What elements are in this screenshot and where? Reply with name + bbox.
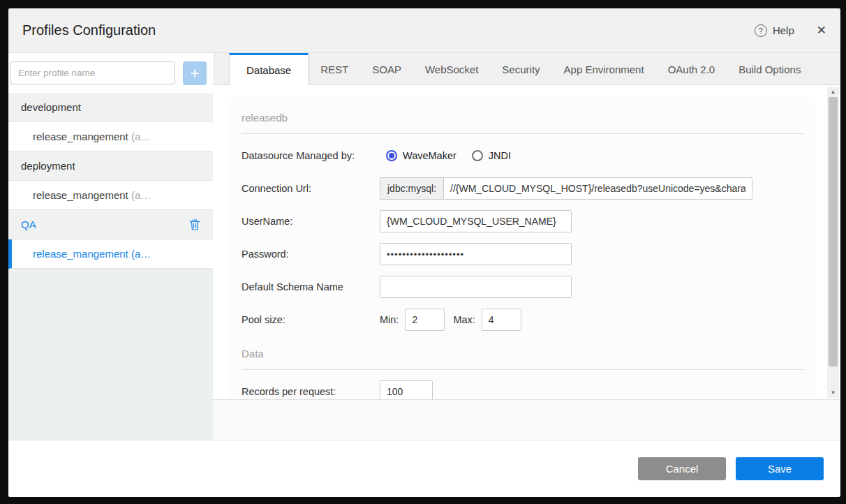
connection-url-input[interactable] [443, 177, 752, 200]
pool-max-label: Max: [453, 314, 475, 325]
panel-bottom-padding [213, 400, 840, 440]
records-per-request-label: Records per request: [242, 386, 380, 397]
sidebar-item-deployment[interactable]: deployment [8, 151, 213, 181]
cancel-button[interactable]: Cancel [638, 457, 726, 480]
default-schema-row: Default Schema Name [242, 276, 804, 298]
radio-unchecked-icon [472, 150, 483, 161]
radio-wavemaker-label: WaveMaker [403, 150, 457, 161]
tab-rest[interactable]: REST [309, 53, 360, 85]
data-section-title: Data [242, 334, 804, 370]
sidebar-item-development[interactable]: development [8, 93, 213, 122]
profile-label-suffix: (a… [128, 248, 151, 260]
profile-label: release_mangement [33, 131, 128, 142]
add-profile-button[interactable]: + [183, 61, 207, 85]
radio-jndi-label: JNDI [489, 150, 511, 161]
pool-max-input[interactable] [482, 309, 521, 331]
help-button[interactable]: ? Help [755, 24, 794, 37]
sidebar-item-release-mangement-development[interactable]: release_mangement (a… [8, 122, 213, 151]
dialog-footer: Cancel Save [8, 440, 840, 497]
dialog-body: + development release_mangement (a… depl… [8, 53, 840, 440]
profile-name-input[interactable] [10, 61, 175, 84]
datasource-managed-by-row: Datasource Managed by: WaveMaker JNDI [242, 144, 804, 167]
database-scroll-area: releasedb Datasource Managed by: WaveMak… [213, 85, 840, 400]
profile-label: release_mangement [33, 248, 128, 260]
password-row: Password: [242, 243, 804, 265]
group-label: QA [21, 218, 36, 230]
tab-oauth-2-0[interactable]: OAuth 2.0 [656, 53, 727, 85]
close-icon[interactable]: ✕ [817, 23, 826, 38]
scrollbar-thumb[interactable] [829, 97, 838, 366]
sidebar-item-release-mangement-qa-selected[interactable]: release_mangement (a… [8, 239, 213, 269]
password-input[interactable] [380, 243, 572, 265]
radio-checked-icon [386, 150, 397, 161]
pool-min-label: Min: [380, 314, 399, 325]
group-label: development [21, 101, 81, 113]
tab-soap[interactable]: SOAP [360, 53, 413, 85]
connection-url-label: Connection Url: [242, 183, 380, 194]
save-button[interactable]: Save [736, 457, 824, 480]
default-schema-label: Default Schema Name [242, 281, 380, 292]
pool-min-input[interactable] [405, 309, 445, 331]
tab-security[interactable]: Security [490, 53, 551, 85]
radio-option-jndi[interactable]: JNDI [472, 150, 511, 161]
profile-label: release_mangement [33, 189, 128, 201]
profiles-configuration-dialog: Profiles Configuration ? Help ✕ + develo… [8, 8, 840, 497]
dialog-title: Profiles Configuration [22, 22, 156, 38]
sidebar-search-bar: + [8, 53, 213, 93]
connection-url-row: Connection Url: jdbc:mysql: [242, 177, 804, 200]
default-schema-input[interactable] [380, 276, 572, 298]
tab-websocket[interactable]: WebSocket [413, 53, 490, 85]
password-label: Password: [242, 249, 380, 260]
tab-database[interactable]: Database [229, 53, 309, 85]
database-form-card: releasedb Datasource Managed by: WaveMak… [230, 98, 815, 400]
username-input[interactable] [380, 210, 572, 232]
profiles-sidebar: + development release_mangement (a… depl… [8, 53, 213, 440]
scrollbar-up-arrow-icon[interactable]: ▲ [827, 87, 839, 97]
tab-app-environment[interactable]: App Environment [552, 53, 656, 85]
delete-profile-trash-icon[interactable] [189, 218, 200, 231]
profile-label-suffix: (a… [128, 131, 151, 142]
sidebar-item-qa[interactable]: QA [8, 210, 213, 239]
radio-option-wavemaker[interactable]: WaveMaker [386, 150, 457, 161]
vertical-scrollbar[interactable]: ▲ ▼ [827, 87, 839, 398]
dialog-header: Profiles Configuration ? Help ✕ [8, 8, 840, 53]
sidebar-filler [8, 269, 213, 440]
datasource-section-title: releasedb [242, 98, 804, 134]
profile-label-suffix: (a… [128, 189, 151, 201]
scrollbar-down-arrow-icon[interactable]: ▼ [827, 387, 839, 398]
pool-size-label: Pool size: [242, 314, 380, 325]
profile-tabbar: Database REST SOAP WebSocket Security Ap… [213, 53, 840, 85]
jdbc-mysql-prefix: jdbc:mysql: [380, 177, 443, 200]
records-per-request-row: Records per request: [242, 380, 804, 400]
profile-content: Database REST SOAP WebSocket Security Ap… [213, 53, 840, 440]
tab-build-options[interactable]: Build Options [727, 53, 812, 85]
records-per-request-input[interactable] [380, 380, 433, 400]
pool-size-row: Pool size: Min: Max: [242, 309, 804, 331]
database-tab-panel: releasedb Datasource Managed by: WaveMak… [213, 85, 840, 440]
help-label: Help [773, 24, 794, 36]
help-question-icon: ? [755, 24, 767, 37]
username-row: UserName: [242, 210, 804, 232]
datasource-managed-by-label: Datasource Managed by: [242, 150, 380, 161]
group-label: deployment [21, 160, 75, 172]
sidebar-item-release-mangement-deployment[interactable]: release_mangement (a… [8, 181, 213, 210]
username-label: UserName: [242, 216, 380, 227]
